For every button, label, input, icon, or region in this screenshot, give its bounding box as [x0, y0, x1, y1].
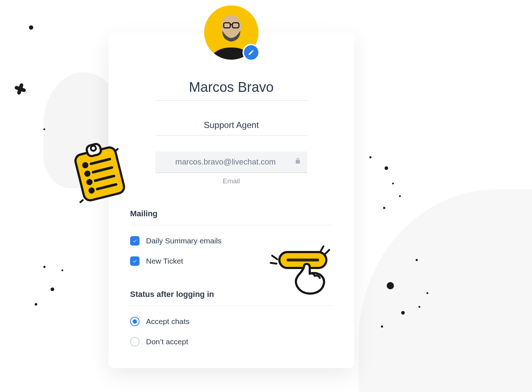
decor-dot — [419, 306, 420, 308]
decor-dot — [385, 166, 388, 170]
svg-line-21 — [325, 250, 329, 254]
name-field[interactable]: Marcos Bravo — [155, 76, 307, 101]
svg-line-19 — [271, 263, 276, 264]
svg-line-20 — [321, 246, 323, 251]
check-icon — [132, 259, 137, 264]
svg-line-18 — [272, 256, 277, 259]
decor-cross — [13, 82, 27, 96]
svg-point-12 — [87, 180, 92, 184]
checkbox-label: New Ticket — [146, 257, 183, 265]
svg-point-10 — [85, 171, 90, 176]
decor-dot — [381, 325, 383, 328]
decor-dot — [387, 282, 394, 289]
decor-dot — [35, 303, 37, 306]
decor-dot — [29, 25, 33, 30]
checkbox-daily-summary[interactable] — [130, 236, 140, 246]
status-option-dont-accept[interactable]: Don’t accept — [130, 337, 332, 346]
lock-icon — [294, 157, 301, 167]
status-option-accept[interactable]: Accept chats — [130, 317, 332, 326]
radio-label: Accept chats — [146, 317, 189, 326]
check-icon — [132, 238, 137, 243]
email-label: Email — [155, 177, 307, 185]
checkbox-label: Daily Summary emails — [146, 237, 222, 245]
email-value: marcos.bravo@livechat.com — [175, 157, 276, 166]
avatar-container — [204, 5, 258, 60]
decor-dot — [399, 195, 401, 197]
svg-line-16 — [115, 149, 118, 151]
radio-label: Don’t accept — [146, 337, 188, 346]
decor-dot — [51, 287, 54, 291]
checkbox-new-ticket[interactable] — [130, 256, 140, 266]
decor-dot — [43, 266, 46, 268]
background-blob-right — [359, 189, 532, 392]
email-input: marcos.bravo@livechat.com — [155, 152, 307, 173]
pencil-icon — [248, 49, 254, 56]
radio-dont-accept[interactable] — [130, 337, 140, 346]
decor-dot — [61, 269, 63, 271]
decor-dot — [401, 311, 405, 315]
decor-dot — [392, 183, 394, 184]
radio-accept-chats[interactable] — [130, 317, 140, 326]
mailing-section-title: Mailing — [130, 209, 332, 225]
decor-dot — [369, 156, 372, 158]
svg-line-17 — [80, 200, 83, 202]
svg-point-14 — [89, 188, 94, 193]
role-field[interactable]: Support Agent — [155, 116, 307, 136]
edit-avatar-button[interactable] — [243, 44, 260, 61]
decor-dot — [43, 128, 45, 130]
decor-dot — [426, 292, 428, 294]
profile-card: Marcos Bravo Support Agent marcos.bravo@… — [108, 33, 354, 368]
email-block: marcos.bravo@livechat.com Email — [155, 152, 307, 185]
decor-dot — [383, 207, 385, 209]
button-hand-illustration — [269, 243, 334, 299]
svg-point-8 — [83, 163, 87, 167]
decor-dot — [416, 259, 418, 261]
